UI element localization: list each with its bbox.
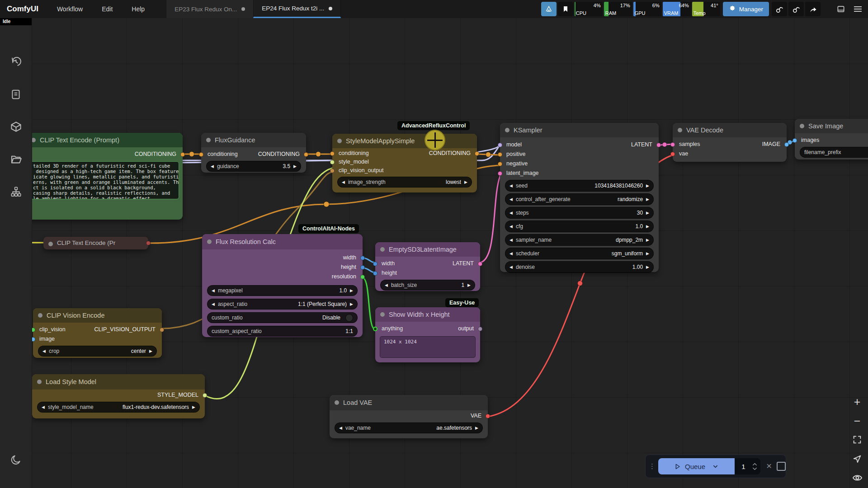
toggle-knob[interactable]	[345, 314, 353, 322]
decrement-icon[interactable]: ◀	[509, 251, 513, 256]
collapse-dot[interactable]	[48, 242, 53, 246]
widget-sampler-name[interactable]: ◀ sampler_name dpmpp_2m ▶	[505, 234, 654, 246]
input-port-vae[interactable]	[670, 152, 675, 156]
widget-image-strength[interactable]: ◀ image_strength lowest ▶	[337, 177, 472, 188]
collapse-dot[interactable]	[335, 400, 339, 405]
chevron-down-icon[interactable]	[712, 463, 719, 470]
output-port-latent[interactable]	[478, 262, 482, 266]
node-title-bar[interactable]: EmptySD3LatentImage	[375, 242, 480, 257]
input-port-images[interactable]	[793, 138, 797, 143]
output-port-conditioning[interactable]	[304, 152, 308, 157]
node-ksampler[interactable]: KSampler model LATENT positive negative …	[500, 123, 659, 272]
node-title-bar[interactable]: VAE Decode	[673, 123, 787, 137]
increment-icon[interactable]: ▶	[646, 251, 649, 256]
node-library-icon[interactable]	[6, 183, 26, 201]
input-port-positive[interactable]	[498, 152, 502, 157]
decrement-icon[interactable]: ◀	[509, 224, 513, 229]
node-flux-resolution-calc[interactable]: Flux Resolution Calc width height resolu…	[202, 234, 363, 337]
increment-icon[interactable]: ▶	[293, 164, 297, 169]
output-port-clip-vision-output[interactable]	[160, 328, 164, 332]
input-port-style-model[interactable]	[330, 160, 335, 164]
toggle-visibility-eye-icon[interactable]	[849, 470, 865, 485]
widget-seed[interactable]: ◀ seed 1034184381046260 ▶	[505, 180, 654, 192]
decrement-icon[interactable]: ◀	[42, 405, 45, 409]
increment-icon[interactable]: ▶	[350, 288, 353, 293]
node-load-style-model[interactable]: Load Style Model STYLE_MODEL ◀ style_mod…	[32, 374, 205, 418]
increment-icon[interactable]: ▶	[646, 211, 649, 215]
widget-aspect-ratio[interactable]: ◀ aspect_ratio 1:1 (Perfect Square) ▶	[207, 299, 358, 310]
menu-help[interactable]: Help	[122, 5, 154, 13]
increment-icon[interactable]: ▶	[646, 183, 649, 188]
input-port-height[interactable]	[373, 271, 377, 276]
increment-icon[interactable]: ▶	[192, 405, 195, 409]
clear-queue-icon[interactable]: ×	[760, 460, 777, 472]
widget-batch-size[interactable]: ◀ batch_size 1 ▶	[380, 280, 475, 291]
zoom-out-button[interactable]: −	[849, 413, 865, 428]
node-vae-decode[interactable]: VAE Decode samples IMAGE vae	[673, 123, 787, 162]
hamburger-menu-icon[interactable]	[850, 2, 865, 16]
node-title-bar[interactable]: Load VAE	[330, 395, 488, 410]
input-port-negative[interactable]	[498, 162, 502, 166]
node-title-bar[interactable]: Show Width x Height	[375, 307, 480, 322]
node-clip-vision-encode[interactable]: CLIP Vision Encode clip_vision CLIP_VISI…	[33, 308, 162, 358]
node-save-image[interactable]: Save Image images filename_prefix	[795, 119, 868, 160]
collapse-dot[interactable]	[206, 138, 211, 142]
widget-filename-prefix[interactable]: filename_prefix	[800, 147, 868, 158]
collapse-dot[interactable]	[38, 313, 42, 318]
widget-steps[interactable]: ◀ steps 30 ▶	[505, 207, 654, 219]
node-show-width-height[interactable]: Show Width x Height anything output 1024…	[375, 307, 480, 362]
output-port-style-model[interactable]	[203, 393, 207, 398]
share-button[interactable]	[805, 2, 821, 16]
input-port-clip-vision-output[interactable]	[330, 169, 335, 173]
bookmark-button[interactable]	[558, 2, 573, 16]
output-port-conditioning[interactable]	[180, 152, 185, 157]
vacuum-free-memory-button[interactable]	[788, 2, 804, 16]
output-port-latent[interactable]	[656, 143, 661, 147]
node-title-bar[interactable]: Save Image	[795, 119, 868, 133]
queue-button[interactable]: Queue	[658, 458, 735, 474]
history-icon[interactable]	[6, 52, 26, 70]
node-title-bar[interactable]: StyleModelApplySimple	[332, 134, 477, 148]
decrement-icon[interactable]: ◀	[509, 183, 513, 188]
collapse-dot[interactable]	[37, 380, 42, 384]
increment-icon[interactable]: ▶	[646, 224, 649, 229]
collapse-dot[interactable]	[505, 128, 509, 132]
collapse-dot[interactable]	[380, 247, 385, 252]
manager-button[interactable]: Manager	[723, 2, 769, 16]
increment-icon[interactable]: ▶	[149, 349, 152, 353]
step-up-icon[interactable]	[752, 463, 757, 466]
node-title-bar[interactable]: CLIP Text Encode (Pr	[43, 237, 148, 249]
node-flux-guidance[interactable]: FluxGuidance conditioning CONDITIONING ◀…	[201, 133, 306, 173]
collapse-dot[interactable]	[337, 139, 342, 143]
step-down-icon[interactable]	[752, 467, 757, 470]
decrement-icon[interactable]: ◀	[509, 211, 513, 215]
increment-icon[interactable]: ▶	[646, 238, 649, 242]
theme-moon-icon[interactable]	[6, 451, 26, 469]
node-empty-sd3-latent-image[interactable]: EmptySD3LatentImage width LATENT height …	[375, 242, 480, 291]
increment-icon[interactable]: ▶	[464, 180, 467, 184]
node-clip-text-encode-collapsed[interactable]: CLIP Text Encode (Pr	[43, 237, 148, 249]
decrement-icon[interactable]: ◀	[211, 164, 214, 169]
input-port-latent-image[interactable]	[498, 171, 502, 176]
decrement-icon[interactable]: ◀	[339, 426, 342, 430]
collapse-dot[interactable]	[207, 239, 212, 244]
widget-crop[interactable]: ◀ crop center ▶	[38, 346, 157, 357]
increment-icon[interactable]: ▶	[467, 283, 471, 287]
input-port-conditioning[interactable]	[199, 152, 203, 157]
node-title-bar[interactable]: Flux Resolution Calc	[202, 234, 363, 249]
widget-scheduler[interactable]: ◀ scheduler sgm_uniform ▶	[505, 248, 654, 259]
output-port-width[interactable]	[360, 256, 365, 260]
widget-custom-aspect-ratio[interactable]: custom_aspect_ratio 1:1	[207, 326, 358, 337]
input-port-model[interactable]	[498, 143, 502, 147]
decrement-icon[interactable]: ◀	[385, 283, 388, 287]
bottom-panel-toggle-button[interactable]	[833, 2, 849, 16]
collapse-dot[interactable]	[380, 312, 385, 317]
decrement-icon[interactable]: ◀	[509, 265, 513, 269]
widget-style-model-name[interactable]: ◀ style_model_name flux1-redux-dev.safet…	[37, 402, 200, 413]
decrement-icon[interactable]: ◀	[342, 180, 345, 184]
node-title-bar[interactable]: FluxGuidance	[201, 133, 306, 147]
output-port-vae[interactable]	[486, 414, 490, 418]
output-port-resolution[interactable]	[360, 275, 365, 279]
prompt-textarea[interactable]: tailed 3D render of a futuristic red sci…	[30, 161, 179, 199]
extension-logo-button[interactable]	[541, 2, 557, 16]
